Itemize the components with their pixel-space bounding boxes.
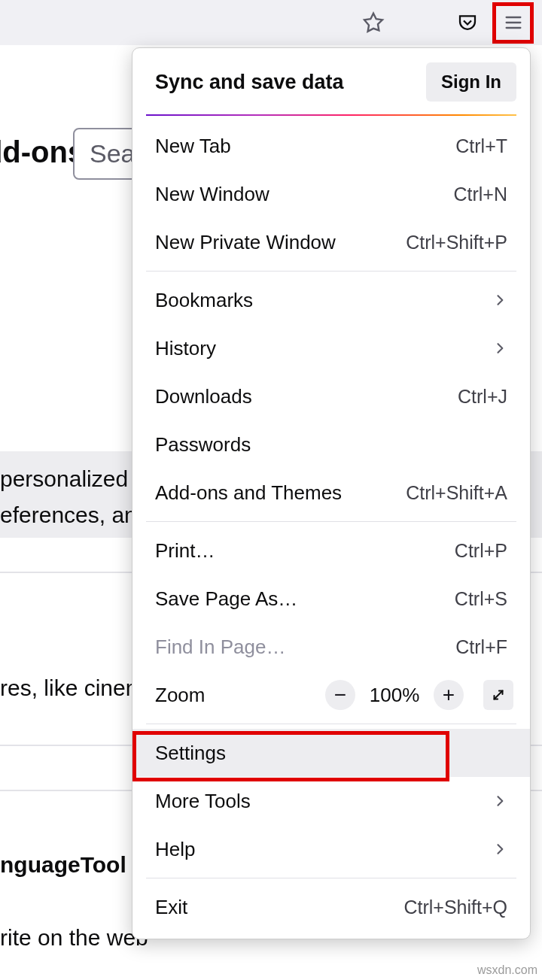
sync-row: Sync and save data Sign In <box>132 48 530 114</box>
menu-item-more-tools[interactable]: More Tools <box>132 777 530 825</box>
app-menu-button[interactable] <box>492 2 534 44</box>
menu-item-help[interactable]: Help <box>132 825 530 873</box>
page-heading: Add-ons <box>0 135 84 169</box>
zoom-row: Zoom−100%+ <box>132 671 530 719</box>
menu-item-history[interactable]: History <box>132 324 530 372</box>
zoom-value: 100% <box>361 684 428 707</box>
menu-item-print[interactable]: Print…Ctrl+P <box>132 526 530 575</box>
menu-item-label: Downloads <box>155 385 252 408</box>
credit-text: wsxdn.com <box>477 963 537 977</box>
menu-shortcut: Ctrl+T <box>455 135 507 157</box>
bg-text: nguageTool <box>0 852 126 878</box>
menu-shortcut: Ctrl+S <box>455 588 507 610</box>
menu-item-add-ons-and-themes[interactable]: Add-ons and ThemesCtrl+Shift+A <box>132 469 530 517</box>
menu-item-label: Print… <box>155 539 215 563</box>
menu-item-passwords[interactable]: Passwords <box>132 420 530 469</box>
bg-text: personalized <box>0 466 128 492</box>
pocket-button[interactable] <box>446 2 488 44</box>
browser-toolbar <box>0 0 542 45</box>
menu-item-find-in-page[interactable]: Find In Page…Ctrl+F <box>132 623 530 671</box>
menu-item-label: Exit <box>155 896 187 919</box>
rainbow-divider <box>146 114 516 116</box>
menu-item-bookmarks[interactable]: Bookmarks <box>132 276 530 324</box>
menu-item-label: History <box>155 337 216 360</box>
settings-highlight-box <box>132 731 449 781</box>
pocket-icon <box>456 11 479 34</box>
menu-shortcut: Ctrl+Shift+Q <box>403 897 507 918</box>
menu-item-label: Find In Page… <box>155 636 285 659</box>
app-menu-panel: Sync and save data Sign In New TabCtrl+T… <box>132 47 531 939</box>
menu-item-label: New Tab <box>155 135 231 158</box>
bookmark-star-button[interactable] <box>352 2 394 44</box>
menu-shortcut: Ctrl+Shift+A <box>406 482 507 504</box>
menu-shortcut: Ctrl+F <box>455 636 507 658</box>
zoom-in-button[interactable]: + <box>434 680 464 710</box>
menu-separator <box>146 724 516 724</box>
menu-item-label: Save Page As… <box>155 587 297 611</box>
bg-text: rite on the web <box>0 925 148 951</box>
menu-shortcut: Ctrl+N <box>453 184 507 205</box>
svg-line-3 <box>495 691 503 699</box>
menu-item-label: New Private Window <box>155 231 336 254</box>
star-icon <box>361 11 385 35</box>
bg-text: eferences, and <box>0 502 149 528</box>
menu-item-new-tab[interactable]: New TabCtrl+T <box>132 122 530 170</box>
menu-item-label: New Window <box>155 183 269 206</box>
menu-item-downloads[interactable]: DownloadsCtrl+J <box>132 372 530 420</box>
sync-title: Sync and save data <box>155 71 344 94</box>
fullscreen-button[interactable] <box>483 680 513 710</box>
sign-in-button[interactable]: Sign In <box>426 62 516 102</box>
chevron-right-icon <box>492 341 507 356</box>
menu-item-new-private-window[interactable]: New Private WindowCtrl+Shift+P <box>132 218 530 266</box>
menu-item-label: Bookmarks <box>155 289 253 312</box>
zoom-label: Zoom <box>155 684 205 707</box>
menu-separator <box>146 271 516 272</box>
menu-item-label: Add-ons and Themes <box>155 481 342 505</box>
chevron-right-icon <box>492 793 507 809</box>
zoom-out-button[interactable]: − <box>325 680 355 710</box>
menu-item-label: More Tools <box>155 790 251 813</box>
menu-item-label: Help <box>155 838 195 861</box>
menu-item-save-page-as[interactable]: Save Page As…Ctrl+S <box>132 575 530 623</box>
chevron-right-icon <box>492 842 507 857</box>
menu-shortcut: Ctrl+P <box>455 540 507 562</box>
menu-separator <box>146 521 516 522</box>
menu-item-label: Passwords <box>155 433 251 457</box>
chevron-right-icon <box>492 293 507 308</box>
menu-shortcut: Ctrl+Shift+P <box>406 232 507 253</box>
menu-item-new-window[interactable]: New WindowCtrl+N <box>132 170 530 218</box>
menu-shortcut: Ctrl+J <box>458 386 507 408</box>
hamburger-icon <box>503 12 524 33</box>
menu-separator <box>146 878 516 878</box>
menu-item-exit[interactable]: ExitCtrl+Shift+Q <box>132 883 530 931</box>
